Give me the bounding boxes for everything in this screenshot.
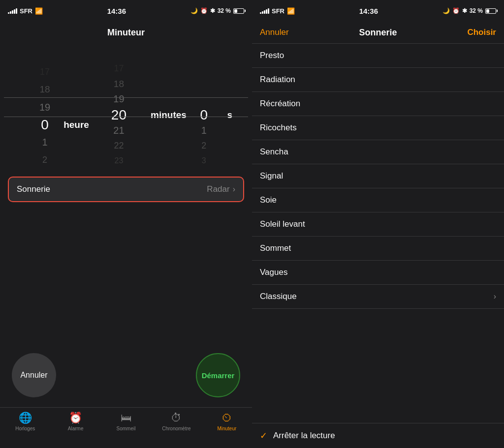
list-item[interactable]: Soleil levant xyxy=(252,212,504,237)
nav-cancel[interactable]: Annuler xyxy=(260,28,289,37)
minute-item: 21 xyxy=(104,123,133,138)
ringtone-name: Radiation xyxy=(260,75,295,85)
list-item[interactable]: Sencha xyxy=(252,140,504,164)
left-panel: SFR 📶 14:36 🌙 ⏰ ✱ 32 % Minuteur 17 18 19… xyxy=(0,0,252,448)
page-title-bar: Minuteur xyxy=(0,22,252,43)
chevron-right-icon: › xyxy=(233,185,235,194)
ringtone-list: Presto Radiation Récréation Ricochets Se… xyxy=(252,43,504,423)
time-right: 14:36 xyxy=(359,7,378,15)
ringtone-name: Soleil levant xyxy=(260,219,305,229)
hour-item: 19 xyxy=(30,98,60,116)
time-picker[interactable]: 17 18 19 0 1 2 heure 17 18 19 20 21 22 xyxy=(0,46,252,169)
nav-title: Sonnerie xyxy=(359,28,397,38)
second-item xyxy=(189,46,219,61)
alarme-icon: ⏰ xyxy=(69,412,82,424)
list-item[interactable]: Récréation xyxy=(252,92,504,116)
minutes-label-column: minutes xyxy=(149,46,187,169)
seconds-column[interactable]: 0 1 2 3 xyxy=(187,46,225,169)
tab-chronometre[interactable]: ⏱ Chronomètre xyxy=(151,412,201,431)
clock-icon: ⏰ xyxy=(200,7,208,14)
wifi-icon: 📶 xyxy=(35,7,43,15)
sonnerie-label: Sonnerie xyxy=(17,184,50,194)
stop-reading-row[interactable]: ✓ Arrêter la lecture xyxy=(252,423,504,448)
right-nav: Annuler Sonnerie Choisir xyxy=(252,22,504,43)
second-item: 1 xyxy=(189,123,219,138)
hours-label-column: heure xyxy=(62,46,89,169)
list-item[interactable]: Presto xyxy=(252,43,504,68)
list-item[interactable]: Signal xyxy=(252,164,504,188)
list-item[interactable]: Vagues xyxy=(252,261,504,285)
sommeil-icon: 🛏 xyxy=(121,412,131,424)
list-item[interactable]: Sommet xyxy=(252,237,504,261)
tab-sommeil[interactable]: 🛏 Sommeil xyxy=(101,412,151,431)
hour-item xyxy=(30,46,60,63)
battery-text-left: 32 % xyxy=(218,7,231,14)
second-item xyxy=(189,61,219,76)
minute-item: 19 xyxy=(104,91,133,107)
seconds-label-column: s xyxy=(225,46,252,169)
right-panel: SFR 📶 14:36 🌙 ⏰ ✱ 32 % Annuler Sonnerie … xyxy=(252,0,504,448)
list-item[interactable]: Soie xyxy=(252,188,504,212)
start-button[interactable]: Démarrer xyxy=(196,353,240,397)
minutes-label: minutes xyxy=(151,107,187,122)
list-item-classique[interactable]: Classique › xyxy=(252,285,504,309)
list-item[interactable]: Ricochets xyxy=(252,116,504,140)
clock-icon-right: ⏰ xyxy=(452,7,460,14)
spacer xyxy=(0,210,252,348)
hour-item: 17 xyxy=(30,63,60,81)
status-left-right: SFR 📶 xyxy=(260,7,295,15)
minute-item: 22 xyxy=(104,138,133,153)
minute-item: 18 xyxy=(104,76,133,91)
ringtone-name: Récréation xyxy=(260,99,300,109)
page-title: Minuteur xyxy=(107,28,145,38)
ringtone-name: Signal xyxy=(260,171,283,181)
signal-icon xyxy=(8,8,17,14)
sonnerie-current: Radar xyxy=(207,184,229,194)
tab-bar: 🌐 Horloges ⏰ Alarme 🛏 Sommeil ⏱ Chronomè… xyxy=(0,407,252,448)
status-right-right: 🌙 ⏰ ✱ 32 % xyxy=(442,7,496,14)
hours-column[interactable]: 17 18 19 0 1 2 xyxy=(0,46,62,169)
tab-horloges-label: Horloges xyxy=(15,426,35,431)
ringtone-name: Vagues xyxy=(260,268,287,277)
tab-sommeil-label: Sommeil xyxy=(117,426,136,431)
minute-item: 17 xyxy=(104,61,133,76)
tab-minuteur-label: Minuteur xyxy=(217,426,236,431)
bottom-buttons: Annuler Démarrer xyxy=(0,348,252,407)
chevron-right-icon: › xyxy=(494,292,496,301)
status-bar-left: SFR 📶 14:36 🌙 ⏰ ✱ 32 % xyxy=(0,0,252,22)
tab-minuteur[interactable]: ⏲ Minuteur xyxy=(202,412,252,431)
minute-item xyxy=(104,46,133,61)
ringtone-name: Classique xyxy=(260,292,297,301)
hour-item: 1 xyxy=(30,134,60,151)
tab-alarme-label: Alarme xyxy=(68,426,84,431)
check-icon: ✓ xyxy=(260,430,267,441)
sonnerie-value: Radar › xyxy=(207,184,235,194)
bluetooth-icon-right: ✱ xyxy=(462,7,467,14)
status-left: SFR 📶 xyxy=(8,7,43,15)
nav-choose[interactable]: Choisir xyxy=(467,28,496,37)
cancel-button[interactable]: Annuler xyxy=(12,353,56,397)
moon-icon-right: 🌙 xyxy=(442,7,450,14)
sonnerie-row[interactable]: Sonnerie Radar › xyxy=(8,177,244,202)
moon-icon: 🌙 xyxy=(190,7,198,14)
ringtone-name: Sencha xyxy=(260,147,288,157)
second-item: 2 xyxy=(189,138,219,153)
hour-item: 2 xyxy=(30,151,60,169)
ringtone-name: Presto xyxy=(260,51,284,60)
list-item[interactable]: Radiation xyxy=(252,68,504,92)
ringtone-name: Sommet xyxy=(260,243,291,253)
carrier-left: SFR xyxy=(20,7,32,15)
tab-alarme[interactable]: ⏰ Alarme xyxy=(50,412,100,431)
battery-icon-left xyxy=(233,8,244,14)
carrier-right: SFR xyxy=(272,7,284,15)
tab-horloges[interactable]: 🌐 Horloges xyxy=(0,412,50,431)
stop-reading-label: Arrêter la lecture xyxy=(273,431,335,441)
chronometre-icon: ⏱ xyxy=(171,412,182,424)
wifi-icon-right: 📶 xyxy=(287,7,295,15)
battery-text-right: 32 % xyxy=(470,7,483,14)
second-item: 3 xyxy=(189,153,219,169)
battery-icon-right xyxy=(485,8,496,14)
second-selected: 0 xyxy=(189,107,219,123)
minutes-column[interactable]: 17 18 19 20 21 22 23 xyxy=(89,46,149,169)
status-right-left: 🌙 ⏰ ✱ 32 % xyxy=(190,7,244,14)
